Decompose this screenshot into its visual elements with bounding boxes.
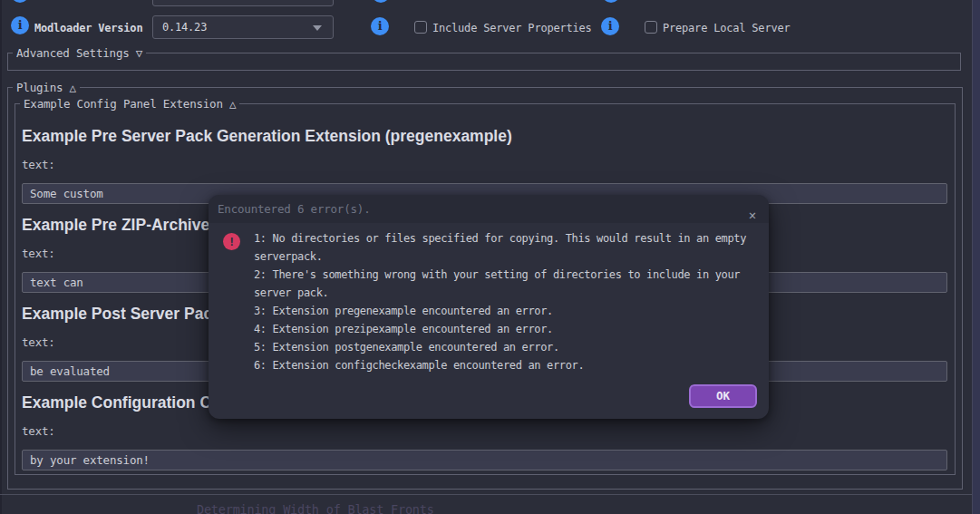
pregenexample-section: Example Pre Server Pack Generation Exten… (22, 127, 947, 204)
plugins-toggle[interactable]: Plugins △ (13, 81, 80, 94)
text-field-label: text: (22, 424, 947, 438)
prepare-local-server-label: Prepare Local Server (663, 22, 791, 34)
advanced-settings-panel: Advanced Settings ▽ (7, 53, 961, 71)
info-icon-partial[interactable] (11, 0, 29, 3)
server-properties-info-icon[interactable]: i (371, 17, 389, 35)
error-message: 3: Extension pregenexample encountered a… (254, 302, 762, 320)
error-message: 6: Extension configcheckexample encounte… (254, 356, 762, 374)
error-message: 4: Extension prezipexample encountered a… (254, 320, 762, 338)
error-dialog-titlebar[interactable]: Encountered 6 error(s). ✕ (209, 195, 769, 223)
configcheckexample-text-input[interactable]: by your extension! (22, 450, 947, 470)
text-input-value: be evaluated (30, 364, 110, 378)
modloader-version-label: Modloader Version (34, 22, 142, 34)
modloader-combobox-partial[interactable] (152, 0, 334, 6)
advanced-settings-toggle[interactable]: Advanced Settings ▽ (13, 46, 146, 60)
text-input-value: Some custom (30, 187, 103, 200)
error-dialog: Encountered 6 error(s). ✕ ! 1: No direct… (209, 195, 769, 419)
text-input-value: by your extension! (30, 453, 150, 467)
info-icon-partial[interactable] (372, 0, 390, 3)
chevron-down-icon (313, 25, 322, 31)
include-server-properties-checkbox[interactable] (414, 21, 427, 34)
prepare-local-server-checkbox[interactable] (645, 21, 657, 34)
error-icon: ! (223, 233, 240, 250)
window-left-edge (0, 0, 2, 514)
error-message-list: 1: No directories or files specified for… (254, 229, 762, 374)
include-server-properties-label: Include Server Properties (432, 22, 592, 34)
error-dialog-title: Encountered 6 error(s). (218, 202, 371, 216)
ok-button[interactable]: OK (689, 384, 757, 408)
text-field-label: text: (22, 158, 947, 171)
modloader-version-select[interactable]: 0.14.23 (152, 15, 334, 39)
error-message: 2: There's something wrong with your set… (254, 266, 762, 302)
text-input-value: text can (30, 276, 83, 289)
pregenexample-heading: Example Pre Server Pack Generation Exten… (22, 127, 947, 146)
status-bar-text: Determining Width of Blast Fronts (197, 502, 434, 514)
modloader-version-info-icon[interactable]: i (11, 16, 29, 34)
vertical-scrollbar[interactable] (972, 0, 980, 514)
local-server-info-icon[interactable]: i (601, 17, 619, 35)
info-icon-partial[interactable] (602, 0, 620, 3)
close-icon[interactable]: ✕ (749, 201, 756, 229)
error-message: 5: Extension postgenexample encountered … (254, 338, 762, 356)
error-message: 1: No directories or files specified for… (254, 229, 762, 266)
config-panel-extension-toggle[interactable]: Example Config Panel Extension △ (20, 97, 239, 111)
modloader-version-value: 0.14.23 (162, 21, 207, 34)
status-bar-divider (0, 494, 980, 495)
